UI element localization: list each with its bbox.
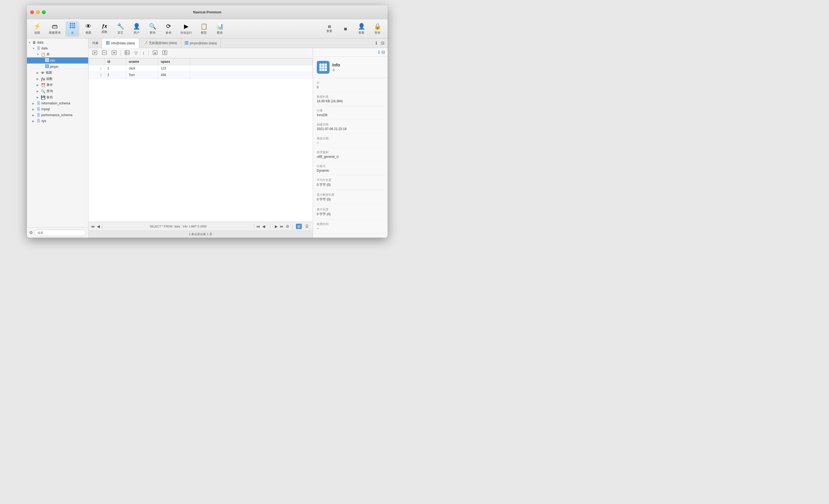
nav-last-button[interactable]: ⏭: [280, 224, 284, 229]
sidebar-item-events[interactable]: ▶ ⏰ 事件: [27, 82, 88, 88]
sidebar: ▼ 🖥 data ▼ 🗄 data ▼ 📋 表: [27, 38, 88, 238]
cell-upass[interactable]: 123: [158, 65, 190, 72]
tab-info-label: info@data (data): [111, 41, 135, 45]
toolbar-profile[interactable]: 👤 查看: [354, 22, 368, 36]
traffic-lights[interactable]: [30, 10, 46, 14]
cell-id[interactable]: 2: [105, 72, 126, 78]
svg-rect-42: [319, 64, 327, 71]
toolbar-login[interactable]: 🔒 登录: [370, 22, 384, 36]
toolbar-grid-toggle[interactable]: ▦: [338, 25, 352, 32]
cell-upass[interactable]: 456: [158, 72, 190, 78]
table-row[interactable]: 1 1 Jack 123: [89, 65, 313, 72]
toolbar-function[interactable]: ƒx 函数: [98, 22, 111, 36]
table-toolbar: ▽ ↕: [88, 48, 313, 58]
nav-divider: [102, 224, 102, 229]
tab-pinyin[interactable]: pinyin@data (data): [181, 38, 221, 48]
sidebar-item-info-table[interactable]: info: [27, 57, 88, 64]
toolbar-backup[interactable]: ⟳ 备份: [161, 22, 176, 36]
cell-empty: [190, 72, 313, 78]
titlebar: Navicat Premium: [27, 5, 388, 19]
nav-next-button[interactable]: ▶: [275, 224, 278, 229]
toolbar-view-toggle[interactable]: ▤ 查看: [322, 23, 336, 35]
info-close-icon[interactable]: ⊟: [382, 50, 385, 55]
cell-empty: [190, 65, 313, 72]
table-view-button[interactable]: [123, 49, 132, 57]
close-button[interactable]: [30, 10, 34, 14]
sidebar-item-tables[interactable]: ▼ 📋 表: [27, 51, 88, 57]
sidebar-item-data-connection[interactable]: ▼ 🖥 data: [27, 40, 88, 45]
info-label-index-length: 索引长度: [317, 207, 384, 211]
sidebar-item-views[interactable]: ▶ 👁 视图: [27, 70, 88, 76]
info-label-max-data: 最大数据长度: [317, 193, 384, 197]
nav-first2-button[interactable]: ⏮: [256, 224, 260, 229]
cell-id[interactable]: 1: [105, 65, 126, 72]
import-button[interactable]: [151, 49, 159, 57]
maximize-button[interactable]: [42, 10, 46, 14]
tab-info-icon: [106, 41, 109, 45]
toolbar-table[interactable]: 表: [65, 21, 79, 37]
sidebar-item-perf-schema[interactable]: ▶ 🗄 performance_schema: [27, 112, 88, 118]
model-icon: 📋: [200, 23, 208, 30]
info-value-check-time: --: [317, 227, 384, 230]
export-button[interactable]: [160, 49, 169, 57]
table-row[interactable]: 2 2 Tom 456: [89, 72, 313, 78]
user-icon: 👤: [133, 23, 140, 30]
toolbar-connect[interactable]: ⚡ 连接: [30, 22, 44, 36]
search-input[interactable]: [34, 230, 86, 236]
col-id-header[interactable]: id: [105, 59, 126, 65]
toolbar-view[interactable]: 👁 视图: [81, 22, 95, 36]
nav-first-button[interactable]: ⏮: [91, 224, 95, 229]
tab-untitled[interactable]: 📝 无标题@data (data): [139, 38, 181, 48]
info-value-created: 2021-07-08 21:22:18: [317, 127, 384, 131]
split-view-icon[interactable]: ⊟: [380, 40, 385, 46]
nav-prev-button[interactable]: ◀: [97, 224, 100, 229]
sidebar-item-mysql[interactable]: ▶ 🗄 mysql: [27, 106, 88, 112]
view-icon: 👁: [85, 23, 91, 30]
sidebar-item-backups[interactable]: ▶ 💾 备份: [27, 94, 88, 101]
toolbar-chart[interactable]: 📊 图表: [213, 22, 227, 36]
delete-row-button[interactable]: [100, 49, 109, 57]
info-type: 表: [332, 68, 340, 72]
col-upass-header[interactable]: upass: [158, 59, 190, 65]
svg-rect-0: [70, 23, 75, 28]
add-row-button[interactable]: [91, 49, 99, 57]
info-label-avg-row: 平均行长度: [317, 178, 384, 182]
tab-info-table[interactable]: info@data (data): [102, 38, 139, 48]
filter-button[interactable]: ▽: [133, 49, 139, 56]
info-value-rows: 0: [317, 85, 384, 89]
nav-divider2: [254, 224, 254, 229]
col-uname-header[interactable]: uname: [126, 59, 158, 65]
toolbar-new-query[interactable]: 🗃 新建查询: [46, 22, 63, 36]
info-panel-toggle[interactable]: ℹ: [374, 40, 378, 46]
toolbar-autorun[interactable]: ▶ 自动运行: [178, 22, 195, 36]
copy-row-button[interactable]: [110, 49, 118, 57]
info-value-max-data: 0 字节 (0): [317, 197, 384, 202]
sidebar-tree: ▼ 🖥 data ▼ 🗄 data ▼ 📋 表: [27, 38, 88, 227]
toolbar-new-query-label: 新建查询: [49, 31, 61, 35]
tab-objects[interactable]: 对象: [88, 38, 102, 48]
sidebar-item-queries[interactable]: ▶ 🔍 查询: [27, 88, 88, 94]
function-icon: ƒx: [102, 24, 107, 29]
sidebar-settings-icon[interactable]: ⚙: [29, 230, 33, 235]
sidebar-item-data-db[interactable]: ▼ 🗄 data: [27, 45, 88, 51]
nav-settings-button[interactable]: ⚙: [286, 224, 289, 229]
cell-uname[interactable]: Tom: [126, 72, 158, 78]
page-number[interactable]: 1: [267, 224, 273, 229]
grid-view-button[interactable]: ⊞: [296, 224, 302, 229]
toolbar-user[interactable]: 👤 用户: [130, 22, 143, 36]
nav-prev2-button[interactable]: ◀: [262, 224, 265, 229]
toolbar-other[interactable]: 🔧 其它: [113, 22, 128, 36]
sidebar-item-pinyin-table[interactable]: pinyin: [27, 64, 88, 70]
toolbar-model[interactable]: 📋 模型: [197, 22, 211, 36]
tbl-divider2: [148, 50, 149, 56]
grid-toggle-icon: ▦: [344, 27, 347, 31]
sort-button[interactable]: ↕: [141, 50, 146, 56]
sidebar-item-sys[interactable]: ▶ 🗄 sys: [27, 118, 88, 124]
toolbar-query[interactable]: 🔍 查询: [146, 22, 159, 36]
sidebar-item-functions[interactable]: ▶ ƒx 函数: [27, 76, 88, 82]
info-icon[interactable]: ℹ: [378, 50, 380, 55]
sidebar-item-info-schema[interactable]: ▶ 🗄 information_schema: [27, 101, 88, 106]
cell-uname[interactable]: Jack: [126, 65, 158, 72]
list-view-button[interactable]: ☰: [304, 224, 310, 229]
minimize-button[interactable]: [36, 10, 40, 14]
